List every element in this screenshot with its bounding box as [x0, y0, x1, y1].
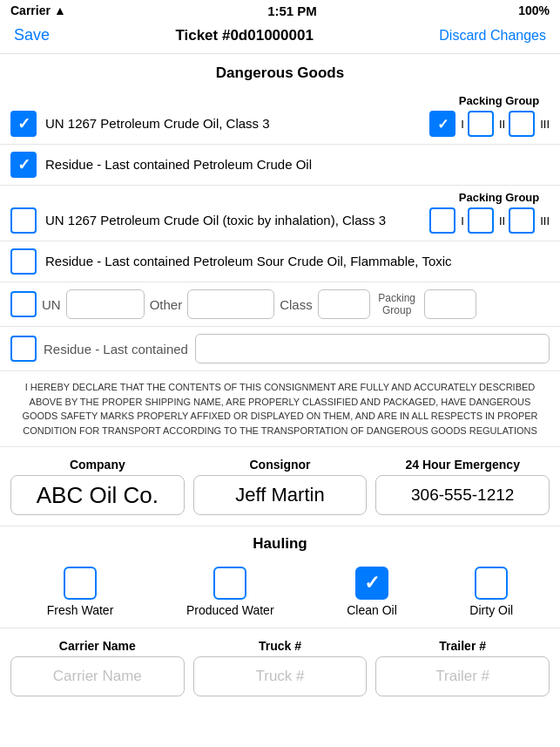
produced-water-checkbox[interactable]	[213, 567, 246, 600]
trailer-number-input[interactable]	[375, 656, 550, 696]
fresh-water-checkbox[interactable]	[64, 567, 97, 600]
fields-section: Carrier Name Truck # Trailer #	[0, 628, 560, 707]
clean-oil-label: Clean Oil	[347, 603, 397, 617]
dg-row2: Residue - Last contained Petroleum Crude…	[0, 145, 560, 186]
emergency-value: 306-555-1212	[375, 475, 550, 515]
dg-label-row4: Residue - Last contained Petroleum Sour …	[45, 253, 550, 270]
clean-oil-checkbox[interactable]	[355, 567, 388, 600]
dg-label-row2: Residue - Last contained Petroleum Crude…	[45, 156, 550, 173]
packing-box-3-I[interactable]	[429, 207, 455, 234]
nav-bar: Save Ticket #0d01000001 Discard Changes	[0, 21, 560, 54]
packing-boxes-row3: I II III	[429, 207, 550, 234]
residue-label: Residue - Last contained	[44, 342, 188, 357]
residue-input[interactable]	[195, 334, 550, 363]
dg-label-row1: UN 1267 Petroleum Crude Oil, Class 3	[45, 115, 422, 132]
dangerous-goods-header: Dangerous Goods	[0, 54, 560, 89]
custom-entry-checkbox[interactable]	[10, 291, 37, 317]
carrier-name-col: Carrier Name	[10, 639, 185, 696]
produced-water-option: Produced Water	[186, 567, 274, 617]
packing-roman-II-1: II	[499, 118, 505, 131]
company-value: ABC Oil Co.	[10, 475, 185, 515]
truck-number-input[interactable]	[193, 656, 368, 696]
status-left: Carrier ▲	[10, 3, 66, 17]
packing-box-3-III[interactable]	[509, 207, 535, 234]
trailer-number-col: Trailer #	[375, 639, 550, 696]
packing-roman-I-1: I	[461, 118, 464, 131]
dg-section-row1: Packing Group UN 1267 Petroleum Crude Oi…	[0, 89, 560, 145]
nav-title: Ticket #0d01000001	[175, 27, 313, 44]
un-label: UN	[42, 297, 61, 312]
carrier-label: Carrier	[10, 3, 51, 17]
discard-changes-button[interactable]: Discard Changes	[439, 28, 546, 44]
truck-number-col: Truck #	[193, 639, 368, 696]
status-bar: Carrier ▲ 1:51 PM 100%	[0, 0, 560, 21]
emergency-label: 24 Hour Emergency	[405, 458, 520, 472]
fresh-water-label: Fresh Water	[47, 603, 114, 617]
consignor-value: Jeff Martin	[193, 475, 368, 515]
company-col: Company ABC Oil Co.	[10, 458, 185, 515]
packing-roman-II-3: II	[499, 214, 505, 227]
declaration-text: I HEREBY DECLARE THAT THE CONTENTS OF TH…	[0, 371, 560, 447]
hauling-options: Fresh Water Produced Water Clean Oil Dir…	[0, 560, 560, 628]
custom-entry-row: UN Other Class Packing Group	[0, 282, 560, 327]
clean-oil-option: Clean Oil	[347, 567, 397, 617]
residue-custom-row: Residue - Last contained	[0, 327, 560, 371]
info-section: Company ABC Oil Co. Consignor Jeff Marti…	[0, 447, 560, 526]
trailer-number-label: Trailer #	[439, 639, 486, 653]
status-time: 1:51 PM	[267, 3, 317, 18]
consignor-col: Consignor Jeff Martin	[193, 458, 368, 515]
packing-roman-III-1: III	[540, 118, 550, 131]
battery-label: 100%	[518, 3, 550, 17]
packing-box-1-III[interactable]	[509, 111, 535, 137]
save-button[interactable]: Save	[14, 26, 50, 44]
packing-group-short-label: Packing Group	[375, 292, 419, 316]
packing-box-3-II[interactable]	[468, 207, 494, 234]
packing-roman-III-3: III	[540, 214, 550, 227]
content-area: Dangerous Goods Packing Group UN 1267 Pe…	[0, 54, 560, 724]
un-input[interactable]	[66, 289, 145, 319]
packing-roman-I-3: I	[461, 214, 464, 227]
packing-box-1-I[interactable]	[429, 111, 455, 137]
dg-checkbox-row1[interactable]	[10, 111, 37, 137]
packing-group-label-1: Packing Group	[455, 94, 543, 107]
carrier-name-label: Carrier Name	[59, 639, 136, 653]
company-label: Company	[70, 458, 125, 472]
hauling-header: Hauling	[0, 526, 560, 560]
other-input[interactable]	[187, 289, 274, 319]
dg-section-row3: Packing Group UN 1267 Petroleum Crude Oi…	[0, 186, 560, 241]
dirty-oil-checkbox[interactable]	[475, 567, 508, 600]
dg-checkbox-row4[interactable]	[10, 248, 37, 275]
truck-number-label: Truck #	[259, 639, 301, 653]
carrier-name-input[interactable]	[10, 656, 185, 696]
consignor-label: Consignor	[250, 458, 311, 472]
dg-row4: Residue - Last contained Petroleum Sour …	[0, 241, 560, 282]
packing-group-input[interactable]	[424, 289, 476, 319]
packing-boxes-row1: I II III	[429, 111, 550, 137]
fresh-water-option: Fresh Water	[47, 567, 114, 617]
packing-group-label-2: Packing Group	[455, 191, 543, 204]
dirty-oil-option: Dirty Oil	[469, 567, 513, 617]
dg-checkbox-row3[interactable]	[10, 207, 37, 234]
packing-box-1-II[interactable]	[468, 111, 494, 137]
emergency-col: 24 Hour Emergency 306-555-1212	[375, 458, 550, 515]
class-input[interactable]	[318, 289, 370, 319]
dirty-oil-label: Dirty Oil	[469, 603, 513, 617]
residue-custom-checkbox[interactable]	[10, 336, 37, 362]
dg-label-row3: UN 1267 Petroleum Crude Oil (toxic by in…	[45, 212, 422, 229]
other-label: Other	[150, 297, 183, 312]
class-label: Class	[280, 297, 313, 312]
produced-water-label: Produced Water	[186, 603, 274, 617]
wifi-icon: ▲	[54, 3, 66, 17]
dg-checkbox-row2[interactable]	[10, 152, 37, 178]
